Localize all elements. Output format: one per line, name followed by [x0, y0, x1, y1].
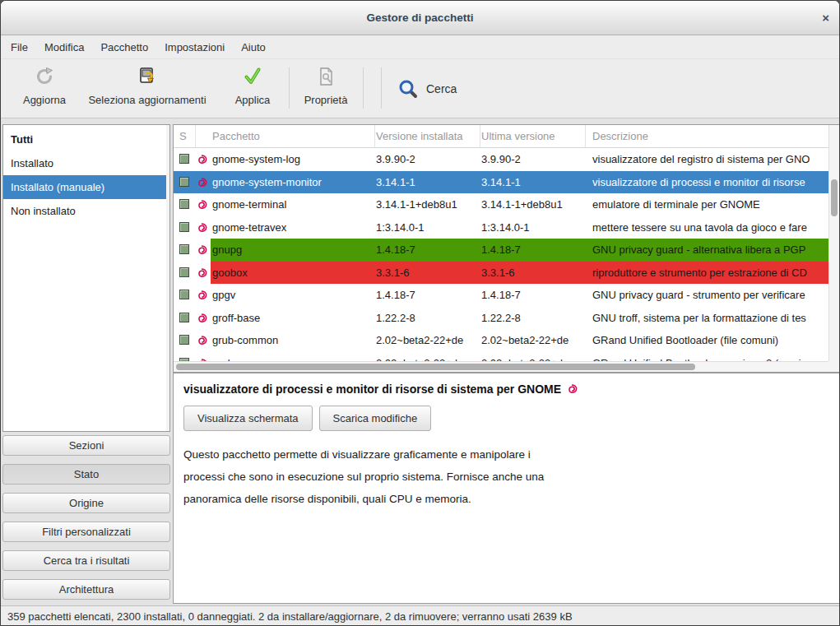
latest-version: 3.9.90-2 [480, 148, 586, 171]
header-package[interactable]: Pacchetto [211, 125, 375, 147]
debian-swirl-icon [196, 221, 208, 234]
filter-mode-button[interactable]: Filtri personalizzati [2, 522, 170, 542]
table-header: S Pacchetto Versione installata Ultima v… [174, 125, 839, 148]
filter-list-item[interactable]: Tutti [3, 128, 169, 151]
app-window: Gestore di pacchetti × FileModificaPacch… [0, 0, 840, 626]
package-name: grub-common [211, 329, 375, 352]
package-summary-title: visualizzatore di processi e monitor di … [183, 383, 829, 396]
menubar: FileModificaPacchettoImpostazioniAiuto [1, 35, 839, 59]
details-pane: visualizzatore di processi e monitor di … [173, 373, 840, 604]
refresh-button[interactable]: Aggiorna [13, 64, 76, 114]
table-row[interactable]: grub-common 2.02~beta2-22+de 2.02~beta2-… [174, 329, 828, 352]
properties-label: Proprietà [295, 94, 357, 106]
filter-mode-button[interactable]: Stato [2, 464, 170, 485]
vertical-scrollbar[interactable] [828, 125, 839, 361]
filter-list-item[interactable]: Non installato [3, 199, 169, 223]
header-origin[interactable] [196, 125, 211, 147]
titlebar[interactable]: Gestore di pacchetti × [1, 1, 839, 35]
download-changelog-button[interactable]: Scarica modifiche [319, 406, 432, 431]
vertical-scrollbar-thumb[interactable] [831, 179, 838, 216]
mark-upgrades-label: Seleziona aggiornamenti [81, 94, 213, 106]
package-description: riproduttore e strumento per estrazione … [586, 262, 828, 285]
menu-aiuto[interactable]: Aiuto [233, 35, 274, 59]
installed-version: 1:3.14.0-1 [375, 216, 480, 239]
menu-modifica[interactable]: Modifica [36, 35, 92, 59]
view-screenshot-button[interactable]: Visualizza schermata [183, 406, 313, 431]
filter-mode-button[interactable]: Architettura [2, 579, 170, 600]
latest-version: 3.14.1-1+deb8u1 [480, 193, 586, 216]
apply-label: Applica [221, 94, 284, 106]
table-row[interactable]: gpgv 1.4.18-7 1.4.18-7 GNU privacy guard… [174, 284, 828, 307]
package-status-checkbox[interactable] [179, 243, 191, 256]
table-row[interactable]: gnupg 1.4.18-7 1.4.18-7 GNU privacy guar… [174, 239, 828, 262]
filter-list-item[interactable]: Installato (manuale) [3, 175, 169, 199]
table-row[interactable]: gnome-terminal 3.14.1-1+deb8u1 3.14.1-1+… [174, 193, 828, 216]
horizontal-scrollbar-thumb[interactable] [176, 364, 695, 370]
menu-pacchetto[interactable]: Pacchetto [92, 35, 156, 59]
package-description: GNU privacy guard - alternativa libera a… [586, 239, 828, 262]
description-line: panoramica delle risorse disponibili, qu… [183, 488, 829, 510]
package-name: groff-base [211, 307, 375, 330]
filter-mode-button[interactable]: Cerca tra i risultati [2, 550, 170, 571]
package-description: GRand Unified Bootloader, versione 2 (ve… [586, 352, 828, 362]
latest-version: 3.14.1-1 [480, 171, 586, 194]
search-button[interactable]: Cerca [392, 71, 462, 107]
package-description: GRand Unified Bootloader (file comuni) [586, 329, 828, 352]
close-icon[interactable]: × [822, 1, 829, 35]
header-installed-version[interactable]: Versione installata [375, 125, 480, 147]
table-row[interactable]: gnome-system-monitor 3.14.1-1 3.14.1-1 v… [174, 171, 828, 194]
table-row[interactable]: grub-pc 2.02~beta2-22+de 2.02~beta2-22+d… [174, 352, 828, 362]
filter-list-item[interactable]: Installato [3, 151, 169, 175]
mark-upgrades-button[interactable]: Seleziona aggiornamenti [81, 64, 213, 114]
package-status-checkbox[interactable] [179, 198, 191, 211]
toolbar-separator [381, 67, 382, 109]
installed-version: 3.9.90-2 [375, 148, 480, 171]
window-title: Gestore di pacchetti [1, 1, 839, 35]
table-row[interactable]: gnome-system-log 3.9.90-2 3.9.90-2 visua… [174, 148, 828, 171]
filter-mode-button[interactable]: Origine [2, 493, 170, 513]
package-name: gnome-terminal [211, 193, 375, 216]
debian-swirl-icon [196, 153, 208, 165]
installed-version: 1.22.2-8 [375, 307, 480, 330]
menu-file[interactable]: File [2, 35, 36, 59]
horizontal-scrollbar[interactable] [174, 361, 828, 372]
package-status-checkbox[interactable] [179, 176, 191, 188]
refresh-label: Aggiorna [13, 94, 76, 106]
filter-mode-button[interactable]: Sezioni [2, 435, 170, 456]
debian-swirl-icon [196, 334, 208, 346]
package-table: S Pacchetto Versione installata Ultima v… [173, 124, 840, 373]
package-name: grub-pc [211, 352, 375, 362]
header-latest-version[interactable]: Ultima versione [480, 125, 586, 147]
table-row[interactable]: goobox 3.3.1-6 3.3.1-6 riproduttore e st… [174, 262, 828, 285]
package-status-checkbox[interactable] [179, 267, 191, 279]
debian-swirl-icon [196, 312, 208, 324]
header-description[interactable]: Descrizione [586, 125, 839, 147]
header-status[interactable]: S [174, 125, 196, 147]
filter-mode-buttons: SezioniStatoOrigineFiltri personalizzati… [2, 435, 170, 600]
installed-version: 2.02~beta2-22+de [375, 329, 480, 352]
properties-icon [295, 66, 357, 90]
installed-version: 1.4.18-7 [375, 284, 480, 307]
installed-version: 3.14.1-1 [375, 171, 480, 194]
table-row[interactable]: groff-base 1.22.2-8 1.22.2-8 GNU troff, … [174, 307, 828, 330]
package-status-checkbox[interactable] [179, 221, 191, 234]
scrollbar-corner [828, 361, 839, 372]
statusbar: 359 pacchetti elencati, 2300 installati,… [1, 605, 839, 626]
package-status-checkbox[interactable] [179, 334, 191, 346]
package-description: GNU privacy guard - strumento per verifi… [586, 284, 828, 307]
table-row[interactable]: gnome-tetravex 1:3.14.0-1 1:3.14.0-1 met… [174, 216, 828, 239]
package-status-checkbox[interactable] [179, 289, 191, 301]
refresh-icon [13, 66, 76, 90]
apply-button[interactable]: Applica [221, 64, 284, 114]
package-description-text: Questo pacchetto permette di visualizzar… [183, 443, 829, 510]
package-status-checkbox[interactable] [179, 153, 191, 165]
search-label: Cerca [426, 82, 457, 95]
debian-swirl-icon [566, 383, 578, 395]
latest-version: 2.02~beta2-22+de [480, 329, 586, 352]
debian-swirl-icon [196, 289, 208, 301]
properties-button[interactable]: Proprietà [295, 64, 357, 114]
toolbar: Aggiorna Seleziona aggiornamenti Appli [1, 59, 839, 118]
package-description: visualizzatore di processi e monitor di … [586, 171, 828, 194]
menu-impostazioni[interactable]: Impostazioni [156, 35, 233, 59]
package-status-checkbox[interactable] [179, 312, 191, 324]
